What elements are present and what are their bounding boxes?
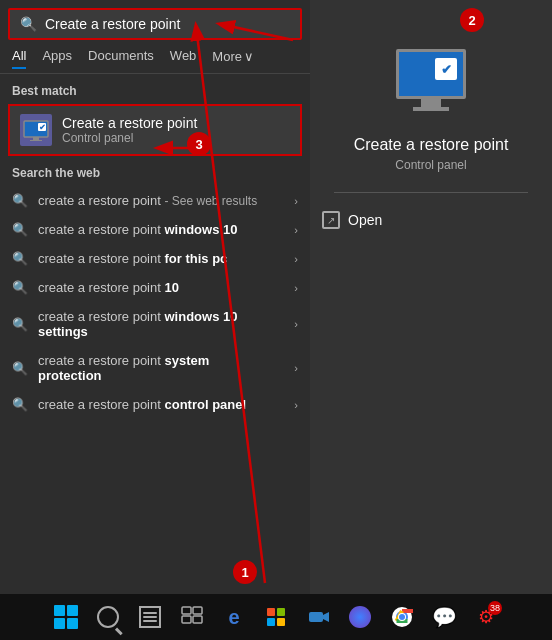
step-badge-3: 3 — [187, 132, 211, 156]
arrow-icon: › — [294, 399, 298, 411]
store-icon — [265, 606, 287, 628]
tab-more[interactable]: More ∨ — [212, 48, 254, 69]
svg-rect-6 — [193, 607, 202, 614]
tab-all[interactable]: All — [12, 48, 26, 69]
search-icon: 🔍 — [20, 16, 37, 32]
store-button[interactable] — [258, 599, 294, 635]
list-item[interactable]: 🔍 create a restore point 10 › — [0, 273, 310, 302]
search-input[interactable] — [45, 16, 290, 32]
taskbar: e 💬 ⚙ 3 — [0, 594, 552, 640]
monitor-icon — [396, 49, 466, 111]
arrow-icon: › — [294, 253, 298, 265]
search-web-icon: 🔍 — [12, 361, 28, 376]
svg-rect-5 — [182, 607, 191, 614]
tab-documents[interactable]: Documents — [88, 48, 154, 69]
web-search-list: 🔍 create a restore point - See web resul… — [0, 186, 310, 419]
best-match-icon: ✔ — [20, 114, 52, 146]
arrow-icon: › — [294, 195, 298, 207]
best-match-subtitle: Control panel — [62, 131, 197, 145]
whatsapp-button[interactable]: 💬 — [426, 599, 462, 635]
arrow-icon: › — [294, 282, 298, 294]
arrow-icon: › — [294, 362, 298, 374]
best-match-title: Create a restore point — [62, 115, 197, 131]
search-web-icon: 🔍 — [12, 193, 28, 208]
svg-marker-14 — [323, 612, 329, 622]
widgets-icon — [139, 606, 161, 628]
search-web-icon: 🔍 — [12, 251, 28, 266]
list-item[interactable]: 🔍 create a restore point control panel › — [0, 390, 310, 419]
list-item[interactable]: 🔍 create a restore point - See web resul… — [0, 186, 310, 215]
tab-apps[interactable]: Apps — [42, 48, 72, 69]
svg-rect-12 — [277, 618, 285, 626]
huawei-button[interactable]: ⚙ 38 — [468, 599, 504, 635]
step-badge-2: 2 — [460, 8, 484, 32]
right-panel: Create a restore point Control panel ↗ O… — [310, 0, 552, 610]
rp-divider — [334, 192, 528, 193]
arrow-icon: › — [294, 318, 298, 330]
list-item[interactable]: 🔍 create a restore point system protecti… — [0, 346, 310, 390]
edge-icon: e — [228, 606, 239, 629]
svg-rect-4 — [30, 140, 42, 141]
camera-button[interactable] — [300, 599, 336, 635]
svg-text:✔: ✔ — [39, 123, 46, 132]
widgets-button[interactable] — [132, 599, 168, 635]
svg-rect-8 — [193, 616, 202, 623]
rp-app-subtitle: Control panel — [395, 158, 466, 172]
chrome-icon — [391, 606, 413, 628]
taskbar-search-button[interactable] — [90, 599, 126, 635]
svg-rect-7 — [182, 616, 191, 623]
app-icon-area — [381, 40, 481, 120]
svg-point-18 — [399, 614, 405, 620]
open-icon: ↗ — [322, 211, 340, 229]
start-button[interactable] — [48, 599, 84, 635]
windows-logo-icon — [54, 605, 78, 629]
chrome-button[interactable] — [384, 599, 420, 635]
best-match-label: Best match — [0, 74, 310, 104]
arrow-icon: › — [294, 224, 298, 236]
step-badge-1: 1 — [233, 560, 257, 584]
svg-rect-13 — [309, 612, 323, 622]
svg-rect-10 — [277, 608, 285, 616]
taskbar-search-icon — [97, 606, 119, 628]
svg-rect-11 — [267, 618, 275, 626]
search-web-icon: 🔍 — [12, 397, 28, 412]
svg-rect-3 — [33, 137, 39, 140]
list-item[interactable]: 🔍 create a restore point windows 10 sett… — [0, 302, 310, 346]
photos-icon — [349, 606, 371, 628]
search-tabs: All Apps Documents Web More ∨ — [0, 40, 310, 74]
whatsapp-icon: 💬 — [432, 605, 457, 629]
edge-button[interactable]: e — [216, 599, 252, 635]
search-web-icon: 🔍 — [12, 317, 28, 332]
list-item[interactable]: 🔍 create a restore point for this pc › — [0, 244, 310, 273]
rp-app-title: Create a restore point — [354, 136, 509, 154]
notification-badge: 38 — [488, 601, 502, 615]
search-web-label: Search the web — [0, 156, 310, 186]
photos-button[interactable] — [342, 599, 378, 635]
camera-icon — [307, 606, 329, 628]
list-item[interactable]: 🔍 create a restore point windows 10 › — [0, 215, 310, 244]
search-bar[interactable]: 🔍 — [8, 8, 302, 40]
search-window: 🔍 All Apps Documents Web More ∨ Best mat… — [0, 0, 310, 610]
best-match-item[interactable]: ✔ Create a restore point Control panel — [8, 104, 302, 156]
task-view-button[interactable] — [174, 599, 210, 635]
tab-web[interactable]: Web — [170, 48, 197, 69]
search-web-icon: 🔍 — [12, 222, 28, 237]
search-web-icon: 🔍 — [12, 280, 28, 295]
svg-rect-9 — [267, 608, 275, 616]
task-view-icon — [181, 606, 203, 628]
open-button[interactable]: ↗ Open — [310, 205, 552, 235]
